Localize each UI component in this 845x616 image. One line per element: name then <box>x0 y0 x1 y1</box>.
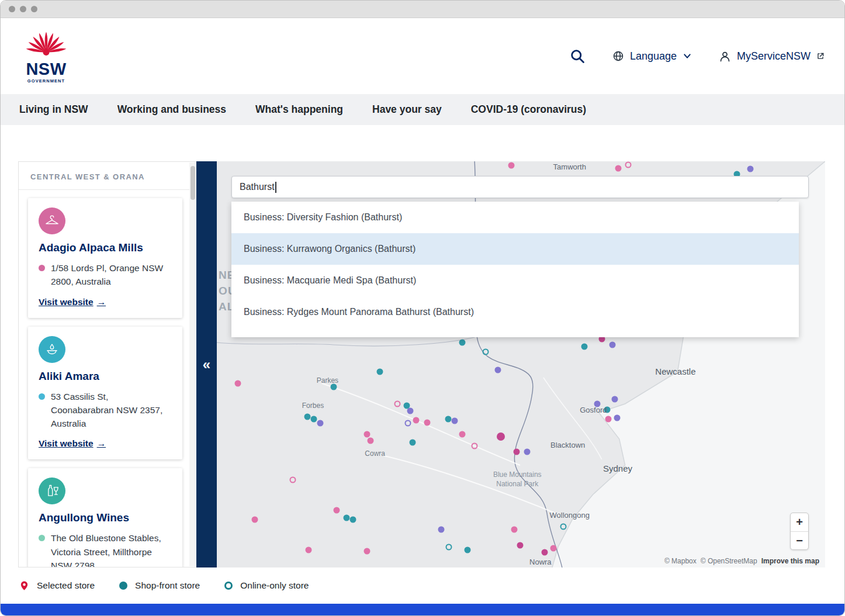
search-suggestion-2[interactable]: Business: Macquarie Medi Spa (Bathurst) <box>231 265 799 296</box>
nav-item-3[interactable]: Have your say <box>372 103 442 116</box>
store-map-marker[interactable] <box>330 384 337 390</box>
store-map-marker[interactable] <box>317 420 323 426</box>
store-map-marker[interactable] <box>594 400 600 407</box>
store-map-marker[interactable] <box>459 431 465 438</box>
sidebar-scrollbar[interactable] <box>189 162 196 566</box>
store-map-marker[interactable] <box>747 166 753 172</box>
legend-label: Online-only store <box>240 580 309 591</box>
chevron-down-icon <box>683 51 692 61</box>
improve-map-link[interactable]: Improve this map <box>761 557 819 565</box>
store-map-marker[interactable] <box>517 542 524 548</box>
store-card[interactable]: Aliki Amara53 Cassilis St, Coonabarabran… <box>28 327 182 460</box>
store-address-text: 1/58 Lords Pl, Orange NSW 2800, Australi… <box>51 261 172 289</box>
map-canvas[interactable]: Bathurst Business: Diversity Fashion (Ba… <box>217 161 825 567</box>
visit-website-link[interactable]: Visit website → <box>39 297 106 307</box>
store-map-marker[interactable] <box>615 165 622 171</box>
store-map-marker[interactable] <box>304 414 311 420</box>
store-map-marker[interactable] <box>604 407 611 413</box>
selected-store-pin-icon <box>19 579 29 592</box>
store-map-marker[interactable] <box>605 416 612 423</box>
nav-item-2[interactable]: What's happening <box>255 103 343 116</box>
store-map-marker[interactable] <box>625 162 631 168</box>
header-actions: Language MyServiceNSW <box>569 48 825 64</box>
map-attribution: © Mapbox © OpenStreetMap Improve this ma… <box>664 557 819 565</box>
store-map-marker[interactable] <box>438 526 445 532</box>
external-link-icon <box>816 52 825 60</box>
sidebar-collapse-strip: « <box>196 161 217 567</box>
store-map-marker[interactable] <box>581 343 587 349</box>
map-search-input[interactable]: Bathurst <box>231 176 809 198</box>
store-map-marker[interactable] <box>364 548 370 555</box>
store-card[interactable]: Angullong WinesThe Old Bluestone Stables… <box>28 468 182 567</box>
store-map-marker[interactable] <box>251 516 258 522</box>
nav-item-1[interactable]: Working and business <box>117 103 226 116</box>
search-suggestion-3[interactable]: Business: Rydges Mount Panorama Bathurst… <box>231 296 799 328</box>
store-map-marker[interactable] <box>497 432 505 441</box>
store-map-marker[interactable] <box>376 369 383 375</box>
store-map-marker[interactable] <box>334 507 340 514</box>
store-map-marker[interactable] <box>310 416 317 422</box>
arrow-right-icon: → <box>97 297 106 307</box>
search-icon[interactable] <box>569 48 586 64</box>
language-menu[interactable]: Language <box>612 50 692 63</box>
store-map-marker[interactable] <box>514 448 520 455</box>
person-icon <box>719 50 731 63</box>
store-map-marker[interactable] <box>290 476 296 483</box>
store-map-marker[interactable] <box>424 419 431 425</box>
store-name: Adagio Alpaca Mills <box>39 241 172 254</box>
store-address-text: The Old Bluestone Stables, Victoria Stre… <box>51 531 172 567</box>
store-map-marker[interactable] <box>407 407 414 414</box>
store-map-marker[interactable] <box>445 416 451 422</box>
window-control-dot <box>20 6 26 12</box>
search-suggestion-1[interactable]: Business: Kurrawong Organics (Bathurst) <box>231 233 799 265</box>
store-map-marker[interactable] <box>609 342 615 348</box>
store-map-marker[interactable] <box>494 367 501 373</box>
footer-accent-bar <box>1 604 844 616</box>
store-list: Adagio Alpaca Mills1/58 Lords Pl, Orange… <box>19 190 196 567</box>
store-map-marker[interactable] <box>611 396 618 402</box>
store-map-marker[interactable] <box>508 162 514 168</box>
store-map-marker[interactable] <box>452 418 458 424</box>
store-map-marker[interactable] <box>343 515 349 521</box>
store-map-marker[interactable] <box>472 442 478 449</box>
fountain-icon <box>39 336 65 363</box>
store-map-marker[interactable] <box>550 545 556 552</box>
store-map-marker[interactable] <box>364 431 370 438</box>
store-map-marker[interactable] <box>524 448 530 455</box>
store-map-marker[interactable] <box>404 420 411 426</box>
sidebar-scrollbar-thumb[interactable] <box>191 166 195 200</box>
search-suggestions: Business: Diversity Fashion (Bathurst)Bu… <box>231 202 799 337</box>
store-card[interactable]: Adagio Alpaca Mills1/58 Lords Pl, Orange… <box>28 198 182 318</box>
store-map-marker[interactable] <box>410 439 416 445</box>
mapbox-attribution-link[interactable]: © Mapbox <box>664 557 697 565</box>
store-map-marker[interactable] <box>413 417 420 423</box>
store-map-marker[interactable] <box>464 547 470 553</box>
store-map-marker[interactable] <box>235 380 241 387</box>
collapse-sidebar-button[interactable]: « <box>196 358 217 372</box>
wine-icon <box>39 477 65 504</box>
store-map-marker[interactable] <box>459 339 465 345</box>
store-map-marker[interactable] <box>368 438 374 444</box>
store-map-marker[interactable] <box>560 523 567 530</box>
osm-attribution-link[interactable]: © OpenStreetMap <box>701 557 757 565</box>
visit-website-link[interactable]: Visit website → <box>39 438 106 449</box>
nav-item-4[interactable]: COVID-19 (coronavirus) <box>471 103 586 116</box>
search-suggestion-0[interactable]: Business: Diversity Fashion (Bathurst) <box>231 202 799 233</box>
store-map-marker[interactable] <box>306 547 312 553</box>
store-map-marker[interactable] <box>394 400 401 407</box>
store-type-dot <box>39 535 45 541</box>
account-link[interactable]: MyServiceNSW <box>719 50 825 63</box>
language-label: Language <box>630 50 677 63</box>
store-name: Aliki Amara <box>39 370 172 383</box>
store-map-marker[interactable] <box>511 526 518 532</box>
store-type-dot <box>39 393 45 400</box>
store-map-marker[interactable] <box>614 414 620 421</box>
store-map-marker[interactable] <box>483 348 489 355</box>
zoom-out-button[interactable]: − <box>791 531 808 549</box>
zoom-in-button[interactable]: + <box>791 513 808 531</box>
store-map-marker[interactable] <box>350 516 356 522</box>
nsw-government-logo[interactable]: NSW GOVERNMENT <box>20 29 72 84</box>
store-map-marker[interactable] <box>542 549 548 555</box>
store-map-marker[interactable] <box>445 544 452 551</box>
nav-item-0[interactable]: Living in NSW <box>19 103 88 116</box>
